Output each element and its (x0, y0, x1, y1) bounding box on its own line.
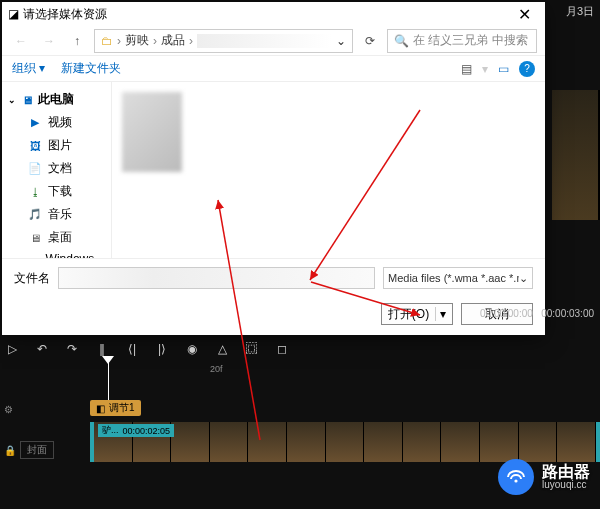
file-type-filter[interactable]: Media files (*.wma *.aac *.m4 ⌄ (383, 267, 533, 289)
folder-icon: 🗀 (101, 34, 113, 48)
view-mode-button[interactable]: ▤ (461, 62, 472, 76)
refresh-button[interactable]: ⟳ (359, 34, 381, 48)
nav-back-button[interactable]: ← (10, 34, 32, 48)
timeline-ruler[interactable]: 20f (90, 360, 596, 378)
breadcrumb-seg1[interactable]: 剪映 (125, 32, 149, 49)
dialog-footer: 文件名 Media files (*.wma *.aac *.m4 ⌄ (2, 258, 545, 297)
new-folder-button[interactable]: 新建文件夹 (61, 60, 121, 77)
adjustment-clip[interactable]: ◧ 调节1 (90, 400, 141, 416)
redo-button[interactable]: ↷ (64, 342, 80, 356)
open-dropdown-icon[interactable]: ▾ (435, 307, 446, 321)
dialog-nav: ← → ↑ 🗀 › 剪映 › 成品 › ⌄ ⟳ 🔍 在 结义三兄弟 中搜索 (2, 26, 545, 56)
sidebar-item[interactable]: ⭳下载 (6, 180, 107, 203)
sidebar-group-thispc[interactable]: ⌄ 🖥 此电脑 (6, 88, 107, 111)
watermark: 路由器 luyouqi.cc (498, 459, 590, 495)
cut-right-tool[interactable]: |⟩ (154, 342, 170, 356)
drive-icon: 🖥 (28, 231, 42, 245)
dialog-titlebar: ◪请选择媒体资源 ✕ (2, 2, 545, 26)
close-icon[interactable]: ✕ (509, 5, 539, 24)
search-placeholder: 在 结义三兄弟 中搜索 (413, 32, 528, 49)
filename-label: 文件名 (14, 270, 50, 287)
watermark-icon (498, 459, 534, 495)
zoom-tool[interactable]: ⿴ (244, 342, 260, 356)
clip-label: 驴...00:00:02:05 (98, 424, 174, 437)
sidebar-item[interactable]: 📄文档 (6, 157, 107, 180)
layers-icon: ◧ (96, 403, 105, 414)
sidebar-item[interactable]: 🖴Windows (C:) (6, 249, 107, 258)
settings-icon[interactable]: ⚙ (4, 404, 13, 415)
crop-tool[interactable]: ◻ (274, 342, 290, 356)
chevron-down-icon[interactable]: ⌄ (336, 34, 346, 48)
undo-button[interactable]: ↶ (34, 342, 50, 356)
dialog-title: 请选择媒体资源 (23, 6, 107, 23)
search-input[interactable]: 🔍 在 结义三兄弟 中搜索 (387, 29, 537, 53)
cover-button[interactable]: 封面 (20, 441, 54, 459)
drive-icon: 🖼 (28, 139, 42, 153)
preview-thumbnail (552, 90, 600, 220)
track-controls: ⚙ 🔒封面 (4, 404, 54, 459)
cut-left-tool[interactable]: ⟨| (124, 342, 140, 356)
open-button[interactable]: 打开(O) ▾ (381, 303, 453, 325)
chevron-down-icon: ⌄ (8, 95, 16, 105)
split-tool[interactable]: ‖ (94, 342, 110, 356)
pc-icon: 🖥 (20, 93, 34, 107)
nav-up-button[interactable]: ↑ (66, 34, 88, 48)
help-button[interactable]: ? (519, 61, 535, 77)
breadcrumb[interactable]: 🗀 › 剪映 › 成品 › ⌄ (94, 29, 353, 53)
sidebar: ⌄ 🖥 此电脑 ▶视频🖼图片📄文档⭳下载🎵音乐🖥桌面🖴Windows (C:)🖴… (2, 82, 112, 258)
drive-icon: 📄 (28, 162, 42, 176)
lock-icon[interactable]: 🔒 (4, 445, 16, 456)
marker-tool[interactable]: △ (214, 342, 230, 356)
timeline-tracks[interactable]: ◧ 调节1 驴...00:00:02:05 (90, 400, 600, 462)
details-pane-button[interactable]: ▭ (498, 62, 509, 76)
record-button[interactable]: ◉ (184, 342, 200, 356)
chevron-down-icon: ⌄ (519, 272, 528, 285)
file-list[interactable] (112, 82, 545, 258)
search-icon: 🔍 (394, 34, 409, 48)
timeline-toolbar: ▷ ↶ ↷ ‖ ⟨| |⟩ ◉ △ ⿴ ◻ (4, 342, 290, 356)
drive-icon: ▶ (28, 116, 42, 130)
organize-button[interactable]: 组织 ▾ (12, 60, 45, 77)
app-date: 月3日 (566, 4, 594, 19)
svg-point-3 (514, 479, 517, 482)
app-icon: ◪ (8, 7, 19, 21)
sidebar-item[interactable]: 🎵音乐 (6, 203, 107, 226)
filename-input[interactable] (58, 267, 375, 289)
sidebar-item[interactable]: ▶视频 (6, 111, 107, 134)
file-open-dialog: ◪请选择媒体资源 ✕ ← → ↑ 🗀 › 剪映 › 成品 › ⌄ ⟳ 🔍 在 结… (2, 2, 545, 335)
drive-icon: 🎵 (28, 208, 42, 222)
sidebar-item[interactable]: 🖼图片 (6, 134, 107, 157)
nav-forward-button[interactable]: → (38, 34, 60, 48)
sidebar-item[interactable]: 🖥桌面 (6, 226, 107, 249)
preview-timecode: 00:00:00:00 00:00:03:00 (480, 308, 594, 319)
video-clip[interactable]: 驴...00:00:02:05 (90, 422, 600, 462)
drive-icon: ⭳ (28, 185, 42, 199)
breadcrumb-seg2[interactable]: 成品 (161, 32, 185, 49)
file-thumbnail[interactable] (122, 92, 182, 172)
dialog-toolbar: 组织 ▾ 新建文件夹 ▤ ▾ ▭ ? (2, 56, 545, 82)
pointer-tool[interactable]: ▷ (4, 342, 20, 356)
